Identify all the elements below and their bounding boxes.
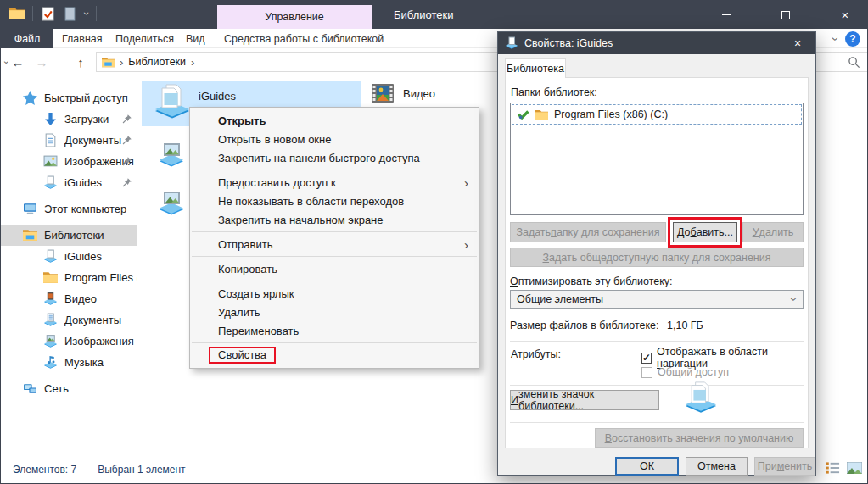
shared-checkbox[interactable]: Общий доступ — [641, 366, 729, 378]
cancel-button[interactable]: Отмена — [686, 457, 748, 476]
set-public-save-folder-button[interactable]: Задать общедоступную папку для сохранени… — [510, 248, 804, 267]
sidebar-item-iguides-quick[interactable]: iGuides — [1, 172, 137, 193]
properties-check-icon[interactable] — [41, 7, 55, 21]
change-library-icon-button[interactable]: Изменить значок библиотеки... — [510, 390, 659, 410]
sidebar-item-label: Быстрый доступ — [44, 92, 128, 104]
sidebar-item-label: Сеть — [44, 382, 69, 395]
title-bar: › Управление Библиотеки × — [1, 1, 867, 29]
menu-item-properties[interactable]: Свойства — [190, 346, 479, 364]
menu-item-pin-start[interactable]: Закрепить на начальном экране — [190, 210, 479, 229]
breadcrumb-chevron-icon[interactable]: › — [120, 56, 123, 69]
tab-view[interactable]: Вид — [186, 29, 205, 48]
menu-item-give-access[interactable]: Предоставить доступ к› — [190, 173, 479, 192]
customize-qat-chevron-icon[interactable]: › — [81, 12, 92, 15]
explorer-folder-icon[interactable] — [9, 6, 25, 21]
navigation-pane: Быстрый доступ Загрузки Документы Изобра… — [1, 75, 137, 459]
apply-button[interactable]: Применить — [754, 457, 815, 476]
quick-access-star-icon — [23, 91, 37, 105]
sidebar-item-this-pc[interactable]: Этот компьютер — [1, 198, 137, 220]
file-item-video[interactable]: Видео — [372, 84, 435, 103]
minimize-button[interactable] — [707, 1, 746, 29]
sidebar-item-libraries[interactable]: Библиотеки — [1, 225, 137, 246]
sidebar-item-downloads[interactable]: Загрузки — [1, 108, 137, 130]
close-icon: × — [842, 8, 849, 22]
sidebar-item-documents[interactable]: Документы — [1, 130, 137, 151]
sidebar-item-quick-access[interactable]: Быстрый доступ — [1, 87, 137, 108]
sidebar-item-network[interactable]: Сеть — [1, 378, 137, 399]
tab-share[interactable]: Поделиться — [115, 29, 174, 48]
listbox-item-program-files[interactable]: Program Files (x86) (C:) — [512, 105, 801, 124]
window-title: Библиотеки — [394, 1, 453, 29]
maximize-button[interactable] — [766, 1, 805, 29]
new-folder-icon[interactable] — [63, 7, 77, 21]
optimize-selected-value: Общие элементы — [517, 293, 603, 305]
divider — [510, 341, 804, 342]
restore-defaults-button[interactable]: Восстановить значения по умолчанию — [595, 428, 804, 448]
sidebar-item-documents-library[interactable]: Документы — [1, 309, 137, 331]
pin-icon[interactable] — [121, 114, 132, 125]
submenu-arrow-icon: › — [464, 237, 468, 252]
library-folders-listbox[interactable]: Program Files (x86) (C:) — [510, 103, 804, 215]
help-icon: ? — [849, 33, 855, 45]
ok-button[interactable]: ОК — [615, 457, 679, 476]
sidebar-item-label: Документы — [64, 314, 121, 326]
tab-file[interactable]: Файл — [1, 29, 53, 48]
pictures-library-icon — [43, 334, 58, 348]
optimize-label: Оптимизировать эту библиотеку: — [510, 275, 673, 287]
tab-library[interactable]: Библиотека — [505, 58, 566, 78]
ribbon-context-tab-management[interactable]: Управление — [217, 5, 372, 29]
menu-item-rename[interactable]: Переименовать — [190, 321, 479, 340]
sidebar-item-videos[interactable]: Видео — [1, 288, 137, 309]
menu-item-dont-show-nav[interactable]: Не показывать в области переходов — [190, 192, 479, 210]
library-tile-icon — [154, 84, 191, 120]
pin-icon[interactable] — [121, 156, 132, 167]
sidebar-item-program-files[interactable]: Program Files (x86 — [1, 267, 137, 288]
folder-icon — [535, 108, 548, 121]
sidebar-item-music[interactable]: Музыка — [1, 352, 137, 373]
forward-button[interactable]: → — [31, 48, 52, 75]
menu-item-open-new-window[interactable]: Открыть в новом окне — [190, 130, 479, 148]
thumbnail-view-icon[interactable] — [847, 462, 862, 474]
add-button[interactable]: Добавить... — [673, 222, 737, 242]
status-divider — [87, 465, 87, 476]
breadcrumb-chevron-icon[interactable]: › — [191, 56, 194, 69]
ribbon-collapse-chevron-icon[interactable]: › — [831, 37, 843, 42]
this-pc-icon — [23, 202, 37, 216]
menu-item-copy[interactable]: Копировать — [190, 259, 479, 278]
close-button[interactable]: × — [826, 1, 865, 29]
menu-item-send-to[interactable]: Отправить› — [190, 235, 479, 253]
address-breadcrumb[interactable]: › Библиотеки › — [96, 52, 498, 72]
file-item-label: Видео — [403, 87, 435, 100]
details-view-icon[interactable] — [826, 462, 840, 474]
dialog-close-button[interactable]: × — [780, 32, 815, 54]
menu-item-pin-quick-access[interactable]: Закрепить на панели быстрого доступа — [190, 148, 479, 167]
menu-item-open[interactable]: Открыть — [190, 111, 479, 130]
tab-home[interactable]: Главная — [62, 29, 103, 48]
sidebar-item-label: iGuides — [64, 250, 102, 263]
recent-locations-chevron-icon[interactable]: › — [2, 60, 11, 64]
sidebar-item-label: Видео — [64, 292, 97, 305]
tab-library-tools[interactable]: Средства работы с библиотекой — [224, 29, 384, 48]
pin-icon[interactable] — [121, 135, 132, 146]
menu-item-create-shortcut[interactable]: Создать ярлык — [190, 284, 479, 303]
menu-item-delete[interactable]: Удалить — [190, 303, 479, 321]
sidebar-item-pictures-library[interactable]: Изображения — [1, 331, 137, 352]
pictures-library-icon[interactable] — [158, 142, 185, 169]
size-value: 1,10 ГБ — [667, 320, 703, 331]
optimize-select[interactable]: Общие элементы › — [510, 290, 804, 309]
attributes-label: Атрибуты: — [511, 348, 561, 360]
pictures-library-icon[interactable] — [158, 190, 185, 217]
sidebar-item-iguides-library[interactable]: iGuides — [1, 246, 137, 267]
up-button[interactable]: ↑ — [70, 48, 91, 75]
set-save-folder-button[interactable]: Задать папку для сохранения — [510, 222, 666, 242]
remove-button[interactable]: Удалить — [742, 222, 804, 242]
menu-separator — [192, 231, 477, 232]
folder-icon — [43, 270, 58, 285]
help-button[interactable]: ? — [845, 31, 860, 47]
divider — [510, 422, 804, 423]
sidebar-item-pictures[interactable]: Изображения — [1, 151, 137, 172]
breadcrumb-segment-libraries[interactable]: Библиотеки — [128, 56, 186, 68]
search-input[interactable] — [814, 52, 868, 72]
pin-icon[interactable] — [121, 177, 132, 188]
menu-separator — [192, 256, 477, 257]
